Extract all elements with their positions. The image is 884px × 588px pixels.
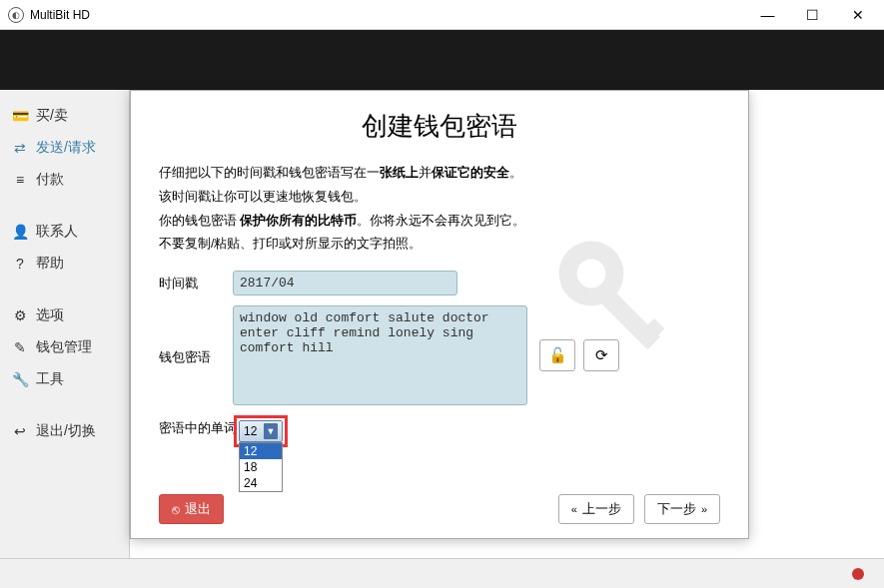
transfer-icon: ⇄	[12, 140, 28, 156]
timestamp-field[interactable]: 2817/04	[233, 271, 457, 295]
gear-icon: ⚙	[12, 307, 28, 323]
word-count-option[interactable]: 12	[240, 443, 282, 459]
sidebar-item-contacts[interactable]: 👤联系人	[0, 216, 129, 248]
timestamp-label: 时间戳	[159, 271, 233, 293]
word-count-select[interactable]: 12 ▼	[239, 420, 283, 442]
sidebar-item-tools[interactable]: 🔧工具	[0, 363, 129, 395]
signout-icon: ↩	[12, 423, 28, 439]
sidebar-item-exit-switch[interactable]: ↩退出/切换	[0, 415, 129, 447]
refresh-button[interactable]: ⟳	[583, 339, 619, 371]
sidebar-item-payments[interactable]: ≡付款	[0, 164, 129, 196]
sidebar-item-label: 付款	[36, 171, 64, 189]
previous-button[interactable]: « 上一步	[558, 494, 634, 524]
dialog-instructions: 仔细把以下的时间戳和钱包密语写在一张纸上并保证它的安全。 该时间戳让你可以更速地…	[159, 162, 720, 257]
seed-label: 钱包密语	[159, 305, 233, 366]
word-count-highlight: 12 ▼ 12 18 24	[234, 415, 288, 447]
next-button[interactable]: 下一步 »	[644, 494, 720, 524]
card-icon: 💳	[12, 108, 28, 124]
sidebar-item-label: 钱包管理	[36, 338, 92, 356]
sidebar-item-send-request[interactable]: ⇄发送/请求	[0, 132, 129, 164]
unlock-button[interactable]: 🔓	[539, 339, 575, 371]
sidebar-item-options[interactable]: ⚙选项	[0, 299, 129, 331]
maximize-button[interactable]: ☐	[790, 1, 835, 29]
word-count-value: 12	[244, 424, 257, 438]
exit-icon: ⎋	[172, 502, 180, 517]
minimize-button[interactable]: —	[745, 1, 790, 29]
word-count-label: 密语中的单词	[159, 415, 239, 437]
window-title: MultiBit HD	[30, 8, 745, 22]
word-count-option[interactable]: 24	[240, 475, 282, 491]
word-count-option[interactable]: 18	[240, 459, 282, 475]
chevron-left-icon: «	[571, 503, 577, 515]
create-seed-dialog: 创建钱包密语 仔细把以下的时间戳和钱包密语写在一张纸上并保证它的安全。 该时间戳…	[130, 90, 749, 539]
dialog-title: 创建钱包密语	[159, 109, 720, 144]
status-bar	[0, 558, 884, 588]
header-toolbar	[0, 30, 884, 90]
unlock-icon: 🔓	[548, 346, 567, 364]
sidebar-item-label: 工具	[36, 370, 64, 388]
previous-label: 上一步	[582, 500, 621, 518]
status-indicator	[852, 568, 864, 580]
next-label: 下一步	[657, 500, 696, 518]
sidebar-item-label: 帮助	[36, 255, 64, 273]
user-icon: 👤	[12, 224, 28, 240]
app-icon: ◐	[8, 7, 24, 23]
sidebar-item-label: 退出/切换	[36, 422, 96, 440]
chevron-right-icon: »	[701, 503, 707, 515]
sidebar-item-label: 买/卖	[36, 107, 68, 125]
word-count-dropdown[interactable]: 12 18 24	[239, 442, 283, 492]
window-titlebar: ◐ MultiBit HD — ☐ ✕	[0, 0, 884, 30]
edit-icon: ✎	[12, 339, 28, 355]
sidebar-item-label: 选项	[36, 306, 64, 324]
seed-textarea[interactable]: window old comfort salute doctor enter c…	[233, 305, 527, 405]
wrench-icon: 🔧	[12, 371, 28, 387]
chevron-down-icon: ▼	[264, 423, 278, 439]
sidebar-item-buy-sell[interactable]: 💳买/卖	[0, 100, 129, 132]
sidebar-item-label: 发送/请求	[36, 139, 96, 157]
sidebar-item-help[interactable]: ?帮助	[0, 248, 129, 280]
sidebar-item-label: 联系人	[36, 223, 78, 241]
exit-button[interactable]: ⎋ 退出	[159, 494, 224, 524]
refresh-icon: ⟳	[595, 346, 608, 364]
close-button[interactable]: ✕	[835, 1, 880, 29]
exit-label: 退出	[185, 500, 211, 518]
list-icon: ≡	[12, 172, 28, 188]
help-icon: ?	[12, 256, 28, 272]
sidebar: 💳买/卖 ⇄发送/请求 ≡付款 👤联系人 ?帮助 ⚙选项 ✎钱包管理 🔧工具 ↩…	[0, 90, 130, 558]
sidebar-item-wallet-manage[interactable]: ✎钱包管理	[0, 331, 129, 363]
